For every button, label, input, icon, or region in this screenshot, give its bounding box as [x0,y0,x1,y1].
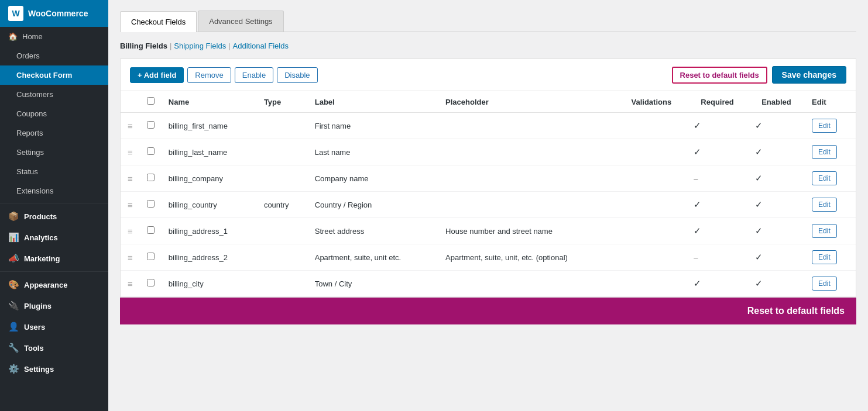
field-enabled: ✓ [748,218,805,244]
field-validations [616,271,687,297]
sidebar-item-plugins[interactable]: 🔌 Plugins [0,295,108,316]
sidebar-item-checkout-form[interactable]: Checkout Form [0,65,108,85]
analytics-icon: 📊 [8,232,19,243]
sidebar-item-home[interactable]: 🏠 Home [0,27,108,46]
edit-button[interactable]: Edit [812,171,837,185]
col-name: Name [162,91,257,113]
sidebar-item-coupons[interactable]: Coupons [0,104,108,123]
edit-button[interactable]: Edit [812,145,837,159]
drag-handle-cell: ≡ [121,165,140,192]
field-placeholder: Apartment, suite, unit, etc. (optional) [438,244,616,271]
table-row: ≡ billing_address_1 Street address House… [121,218,856,244]
drag-handle-cell: ≡ [121,271,140,297]
field-required: – [687,244,748,271]
tab-advanced-settings[interactable]: Advanced Settings [198,11,283,32]
sidebar-brand[interactable]: W WooCommerce [0,0,108,27]
field-placeholder [438,165,616,192]
field-label: Apartment, suite, unit etc. [308,244,438,271]
field-enabled: ✓ [748,192,805,218]
shipping-fields-link[interactable]: Shipping Fields [174,42,226,50]
settings-icon: ⚙️ [8,364,19,374]
sidebar-item-status[interactable]: Status [0,162,108,181]
toolbar-right: Reset to default fields Save changes [672,66,846,84]
sidebar-item-analytics[interactable]: 📊 Analytics [0,227,108,248]
billing-fields-link[interactable]: Billing Fields [120,42,167,50]
add-field-button[interactable]: + Add field [130,67,184,83]
field-validations [616,139,687,165]
field-type [257,113,308,139]
additional-fields-link[interactable]: Additional Fields [233,42,289,50]
required-indicator: – [694,174,698,183]
save-changes-button[interactable]: Save changes [772,66,846,84]
row-checkbox[interactable] [147,279,155,286]
field-edit-cell: Edit [805,271,856,297]
required-indicator: ✓ [694,199,701,209]
col-drag [121,91,140,113]
enabled-indicator: ✓ [755,278,763,288]
row-checkbox[interactable] [147,253,155,260]
enabled-indicator: ✓ [755,120,763,130]
sidebar-item-users[interactable]: 👤 Users [0,316,108,337]
sidebar-item-tools[interactable]: 🔧 Tools [0,337,108,358]
drag-handle-icon[interactable]: ≡ [128,200,133,210]
fields-table-wrapper: + Add field Remove Enable Disable Reset … [120,58,856,298]
sidebar-item-settings-wc[interactable]: Settings [0,143,108,162]
sidebar-item-settings[interactable]: ⚙️ Settings [0,358,108,379]
reset-default-fields-button-top[interactable]: Reset to default fields [672,67,767,84]
disable-button[interactable]: Disable [277,67,317,83]
edit-button[interactable]: Edit [812,277,837,291]
table-row: ≡ billing_first_name First name ✓ ✓ Edit [121,113,856,139]
edit-button[interactable]: Edit [812,250,837,264]
drag-handle-icon[interactable]: ≡ [128,279,133,289]
field-type: country [257,192,308,218]
field-label: First name [308,113,438,139]
sidebar-item-extensions[interactable]: Extensions [0,181,108,201]
row-checkbox[interactable] [147,121,155,129]
sidebar-label-home: Home [22,32,43,41]
row-checkbox[interactable] [147,200,155,208]
sidebar-label-checkout-form: Checkout Form [16,71,72,80]
table-row: ≡ billing_country country Country / Regi… [121,192,856,218]
sidebar-label-users: Users [24,323,45,331]
row-checkbox[interactable] [147,147,155,155]
checkbox-cell [140,113,162,139]
field-label: Town / City [308,271,438,297]
main-content: Checkout Fields Advanced Settings Billin… [108,0,868,411]
row-checkbox[interactable] [147,174,155,181]
drag-handle-icon[interactable]: ≡ [128,147,133,157]
drag-handle-icon[interactable]: ≡ [128,121,133,131]
field-label: Last name [308,139,438,165]
remove-button[interactable]: Remove [187,67,231,83]
drag-handle-icon[interactable]: ≡ [128,174,133,184]
sidebar-item-reports[interactable]: Reports [0,123,108,143]
sidebar-item-appearance[interactable]: 🎨 Appearance [0,274,108,295]
field-required: ✓ [687,139,748,165]
enable-button[interactable]: Enable [235,67,273,83]
edit-button[interactable]: Edit [812,198,837,212]
field-edit-cell: Edit [805,165,856,192]
sidebar-item-customers[interactable]: Customers [0,85,108,104]
reset-bar-bottom[interactable]: Reset to default fields [120,298,856,324]
sidebar-item-orders[interactable]: Orders [0,46,108,65]
field-type [257,271,308,297]
row-checkbox[interactable] [147,226,155,234]
edit-button[interactable]: Edit [812,119,837,133]
enabled-indicator: ✓ [755,173,763,183]
sidebar-item-products[interactable]: 📦 Products [0,206,108,227]
field-required: – [687,165,748,192]
drag-handle-icon[interactable]: ≡ [128,226,133,236]
field-edit-cell: Edit [805,113,856,139]
checkbox-cell [140,244,162,271]
tab-checkout-fields[interactable]: Checkout Fields [120,11,197,32]
enabled-indicator: ✓ [755,252,763,262]
select-all-checkbox[interactable] [147,97,155,105]
sidebar-label-status: Status [16,167,38,176]
sidebar-item-marketing[interactable]: 📣 Marketing [0,248,108,269]
field-label: Company name [308,165,438,192]
sidebar-label-reports: Reports [16,129,43,137]
sidebar-divider-1 [0,203,108,203]
field-edit-cell: Edit [805,244,856,271]
drag-handle-icon[interactable]: ≡ [128,253,133,263]
edit-button[interactable]: Edit [812,224,837,238]
field-edit-cell: Edit [805,139,856,165]
